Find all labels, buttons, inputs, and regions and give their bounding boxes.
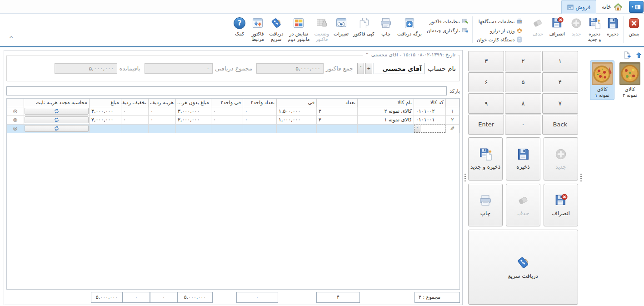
cell-qty[interactable]: ۲ xyxy=(317,115,358,124)
cell-amount-no-fee[interactable]: ۳,۰۰۰,۰۰۰ xyxy=(176,107,211,115)
cell-row-fee[interactable] xyxy=(149,124,176,133)
help-button[interactable]: ? کمک xyxy=(230,15,249,36)
table-row[interactable]: ۲ ۰۱۰۱۰۰۱ کالای نمونه ۱ ۲ ۱,۰۰۰,۰۰۰ ۰ ۰ … xyxy=(7,115,459,124)
col-qty2[interactable]: تعداد واحد۲ xyxy=(243,99,277,107)
recalculate-fixed-cost-button[interactable] xyxy=(25,108,89,115)
numpad-key-enter[interactable]: Enter xyxy=(468,115,504,135)
numpad-key-3[interactable]: ۳ xyxy=(468,51,504,71)
invoice-settings-item[interactable]: تنظیمات فاکتور xyxy=(427,17,468,25)
product-tile-sample-1[interactable]: کالای نمونه ۱ xyxy=(590,60,614,100)
new-action-button[interactable]: جدید xyxy=(544,137,578,181)
row-delete-icon[interactable]: ⊗ xyxy=(7,115,24,124)
changes-button[interactable]: تغییرات xyxy=(331,15,351,36)
recalculate-fixed-cost-button[interactable] xyxy=(25,125,89,132)
cell-qty2[interactable]: ۰ xyxy=(243,115,277,124)
cancel-action-button[interactable]: انصراف xyxy=(544,184,578,227)
row-delete-icon[interactable]: ⊗ xyxy=(7,124,24,133)
cell-code[interactable]: ۰۱۰۱۰۰۱ xyxy=(414,115,446,124)
col-row-fee[interactable]: هزینه ردیف xyxy=(149,99,176,107)
print-button[interactable]: چاپ xyxy=(377,15,395,36)
up-arrow-icon[interactable] xyxy=(635,52,642,59)
related-invoice-button[interactable]: فاکتور مرتبط xyxy=(249,15,267,42)
cell-name[interactable]: کالای نمونه ۱ xyxy=(358,115,414,124)
cell-qty[interactable] xyxy=(317,124,358,133)
numpad-key-6[interactable]: ۶ xyxy=(468,72,504,93)
cell-row-discount[interactable]: ۰ xyxy=(121,115,149,124)
card-reader-item[interactable]: دستگاه کارت خوان xyxy=(477,35,523,44)
cell-code-editor[interactable]: ˅ xyxy=(414,124,446,133)
col-price2[interactable]: فی واحد۲ xyxy=(211,99,243,107)
tab-sale[interactable]: فروش xyxy=(561,0,596,14)
cell-code[interactable]: ۰۱۰۱۰۰۲ xyxy=(414,107,446,115)
add-account-button[interactable]: + xyxy=(365,63,372,74)
cell-row-discount[interactable] xyxy=(121,124,149,133)
cell-amount-no-fee[interactable] xyxy=(176,124,211,133)
app-menu-button[interactable]: ▾ xyxy=(629,1,644,13)
close-button[interactable]: بستن xyxy=(625,15,643,36)
new-button[interactable]: جدید xyxy=(567,15,585,36)
receipt-sheet-button[interactable]: برگه دریافت xyxy=(395,15,424,36)
save-button[interactable]: ذخیره xyxy=(604,15,622,36)
group-collapse-icon[interactable]: ^ xyxy=(365,52,369,57)
barcode-input[interactable] xyxy=(6,86,447,95)
numpad-key-8[interactable]: ۸ xyxy=(505,93,541,114)
col-name[interactable]: نام کالا xyxy=(358,99,414,107)
cell-price[interactable]: ۱,۵۰۰,۰۰۰ xyxy=(277,107,317,115)
save-action-button[interactable]: ذخیره xyxy=(506,137,540,181)
print-action-button[interactable]: چاپ xyxy=(468,184,503,227)
cell-price2[interactable] xyxy=(211,124,243,133)
table-row[interactable]: ۱ ۰۱۰۱۰۰۲ کالای نمونه ۲ ۲ ۱,۵۰۰,۰۰۰ ۰ ۰ … xyxy=(7,107,459,115)
cancel-button[interactable]: انصراف xyxy=(547,15,567,36)
splitter-handle[interactable] xyxy=(464,174,466,182)
cell-amount[interactable]: ۳,۰۰۰,۰۰۰ xyxy=(90,107,121,115)
numpad-key-4[interactable]: ۴ xyxy=(542,72,578,93)
cell-amount-no-fee[interactable]: ۲,۰۰۰,۰۰۰ xyxy=(176,115,211,124)
save-and-new-button[interactable]: ذخیره و جدید xyxy=(585,15,604,42)
col-code[interactable]: کد کالا xyxy=(414,99,446,107)
cell-row-fee[interactable]: ۰ xyxy=(149,115,176,124)
row-delete-icon[interactable]: ⊗ xyxy=(7,107,24,115)
item-code-input[interactable] xyxy=(420,125,445,132)
cell-amount[interactable] xyxy=(90,124,121,133)
tab-home[interactable]: خانه xyxy=(596,0,629,14)
col-qty[interactable]: تعداد xyxy=(317,99,358,107)
cell-amount[interactable]: ۲,۰۰۰,۰۰۰ xyxy=(90,115,121,124)
scale-weight-item[interactable]: وزن از ترازو xyxy=(477,26,523,35)
account-name-input[interactable]: آقای محسنی xyxy=(374,63,424,74)
invoice-status-button[interactable]: وضعیت فاکتور xyxy=(312,15,332,42)
recalculate-fixed-cost-button[interactable] xyxy=(25,116,89,123)
numpad-key-9[interactable]: ۹ xyxy=(468,93,504,114)
item-dropdown-button[interactable]: ˅ xyxy=(414,125,420,132)
cell-price2[interactable]: ۰ xyxy=(211,115,243,124)
col-recalc[interactable]: محاسبه مجدد هزینه ثابت xyxy=(24,99,90,107)
copy-invoice-button[interactable]: کپی فاکتور xyxy=(351,15,377,36)
cell-price[interactable] xyxy=(277,124,317,133)
add-page-icon[interactable] xyxy=(623,51,631,59)
delete-button[interactable]: حذف xyxy=(529,15,547,36)
splitter-handle[interactable] xyxy=(580,174,582,182)
col-amount[interactable]: مبلغ xyxy=(90,99,121,107)
cell-row-discount[interactable]: ۰ xyxy=(121,107,149,115)
account-dropdown-button[interactable]: ˅ xyxy=(357,63,364,74)
cell-name[interactable]: کالای نمونه ۲ xyxy=(358,107,414,115)
item-code-editor[interactable]: ˅ xyxy=(414,125,445,132)
col-price[interactable]: فی xyxy=(277,99,317,107)
numpad-key-1[interactable]: ۱ xyxy=(542,51,578,71)
numpad-key-7[interactable]: ۷ xyxy=(542,93,578,114)
second-monitor-button[interactable]: نمایش در مانیتور دوم xyxy=(285,15,312,42)
cell-qty2[interactable] xyxy=(243,124,277,133)
product-tile-sample-2[interactable]: کالای نمونه ۲ xyxy=(618,60,642,100)
device-settings-item[interactable]: تنظیمات دستگاهها xyxy=(477,17,523,25)
cell-qty[interactable]: ۲ xyxy=(317,107,358,115)
col-row-discount[interactable]: تخفیف ردیف xyxy=(121,99,149,107)
load-layout-item[interactable]: بارگذاری چیدمان xyxy=(427,26,468,35)
ribbon-collapse-icon[interactable]: ^ xyxy=(9,36,13,41)
delete-action-button[interactable]: حذف xyxy=(506,184,540,227)
cell-price[interactable]: ۱,۰۰۰,۰۰۰ xyxy=(277,115,317,124)
numpad-key-2[interactable]: ۲ xyxy=(505,51,541,71)
cell-qty2[interactable]: ۰ xyxy=(243,107,277,115)
cell-row-fee[interactable]: ۰ xyxy=(149,107,176,115)
numpad-key-back[interactable]: Back xyxy=(542,115,578,135)
quick-receive-button[interactable]: دریافت سریع xyxy=(267,15,285,42)
numpad-key-5[interactable]: ۵ xyxy=(505,72,541,93)
